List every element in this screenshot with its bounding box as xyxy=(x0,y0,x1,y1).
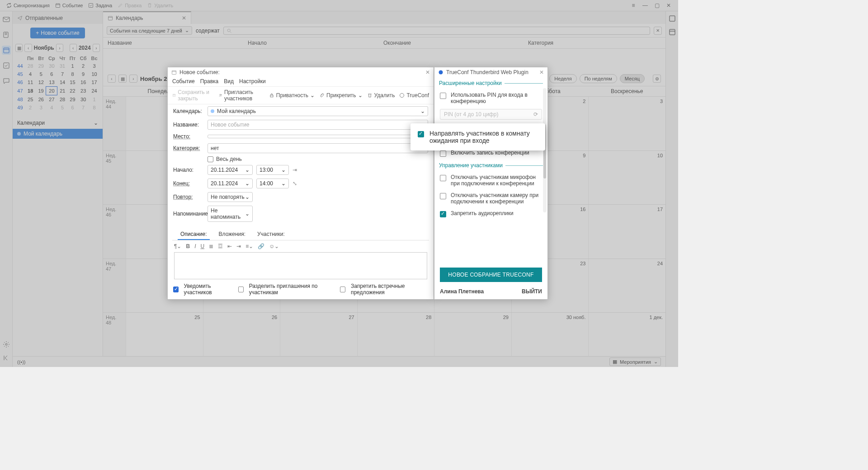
tab-attendees[interactable]: Участники: xyxy=(255,229,288,240)
col-end[interactable]: Окончание xyxy=(383,40,528,46)
paragraph-icon[interactable]: ¶⌄ xyxy=(174,243,181,249)
link-icon[interactable]: 🔗 xyxy=(258,243,264,249)
calendar-list-item[interactable]: Мой календарь xyxy=(13,129,103,139)
close-icon[interactable]: ✕ xyxy=(663,1,675,9)
day-cell[interactable]: 3 xyxy=(588,97,665,150)
start-date[interactable]: 20.11.2024⌄ xyxy=(208,165,253,175)
events-filter[interactable]: ▦ Мероприятия ⌄ xyxy=(609,357,661,366)
bold-icon[interactable]: B xyxy=(186,243,190,249)
ul-icon[interactable]: ≣ xyxy=(209,243,213,249)
use-pin-checkbox[interactable] xyxy=(440,93,446,99)
col-start[interactable]: Начало xyxy=(248,40,383,46)
tab-description[interactable]: Описание: xyxy=(178,229,210,240)
sync-button[interactable]: Синхронизация xyxy=(4,2,52,9)
col-name[interactable]: Название xyxy=(108,40,248,46)
record-checkbox[interactable] xyxy=(440,150,446,157)
mini-calendar[interactable]: ПнВтСрЧтПтСбВс44282930311234545678910461… xyxy=(13,54,103,113)
view-month[interactable]: Месяц xyxy=(620,74,645,83)
day-cell[interactable]: 10 xyxy=(588,151,665,205)
prev-icon[interactable]: ‹ xyxy=(108,75,116,83)
mail-icon[interactable] xyxy=(2,15,11,24)
new-event-button[interactable]: +Новое событие xyxy=(30,28,85,38)
emoji-icon[interactable]: ☺⌄ xyxy=(269,243,279,249)
calendar-select[interactable]: Мой календарь⌄ xyxy=(208,106,428,116)
forbid-audio-row[interactable]: Запретить аудиореплики xyxy=(434,207,547,220)
calendars-header[interactable]: Календари⌄ xyxy=(13,117,103,129)
ol-icon[interactable]: ☲ xyxy=(218,243,223,249)
outdent-icon[interactable]: ⇤ xyxy=(227,243,232,249)
view-multiweek[interactable]: По неделям xyxy=(580,74,617,83)
waiting-room-callout[interactable]: Направлять участников в комнату ожидания… xyxy=(410,123,545,150)
mute-mic-checkbox[interactable] xyxy=(440,175,446,181)
day-cell[interactable]: 17 xyxy=(588,205,665,258)
waiting-room-checkbox[interactable] xyxy=(418,131,424,137)
filter-search[interactable] xyxy=(223,27,650,35)
use-pin-row[interactable]: Использовать PIN для входа в конференцию xyxy=(434,89,547,107)
right-pane-icon-2[interactable] xyxy=(669,28,676,36)
allday-checkbox[interactable] xyxy=(208,156,213,162)
remind-select[interactable]: Не напоминать⌄ xyxy=(208,206,253,222)
calendar-tab-icon[interactable] xyxy=(2,46,11,55)
minimize-icon[interactable]: — xyxy=(639,1,651,9)
link-icon[interactable]: ⤡ xyxy=(292,180,297,187)
trueconf-button[interactable]: TrueConf xyxy=(399,92,429,99)
event-button[interactable]: Событие xyxy=(52,2,86,9)
mute-mic-row[interactable]: Отключать участникам микрофон при подклю… xyxy=(434,171,547,189)
indent-icon[interactable]: ⇥ xyxy=(236,243,241,249)
mute-cam-checkbox[interactable] xyxy=(440,193,446,199)
day-cell[interactable]: 24 xyxy=(588,259,665,313)
tab-calendar[interactable]: Календарь✕ xyxy=(103,11,191,24)
today-icon[interactable]: ▦ xyxy=(118,75,127,83)
pin-input[interactable]: PIN (от 4 до 10 цифр)⟳ xyxy=(440,109,542,120)
align-icon[interactable]: ≡⌄ xyxy=(245,243,253,249)
notify-checkbox[interactable] xyxy=(173,287,179,292)
mini-cal-mode-icon[interactable]: ▦ xyxy=(15,44,23,52)
tab-attachments[interactable]: Вложения: xyxy=(216,229,249,240)
end-time[interactable]: 14:00⌄ xyxy=(256,179,289,188)
close-icon[interactable]: ✕ xyxy=(425,69,430,75)
end-date[interactable]: 20.11.2024⌄ xyxy=(208,179,253,188)
menu-event[interactable]: Событие xyxy=(172,78,195,85)
year-prev-icon[interactable]: ‹ xyxy=(70,44,77,52)
collapse-icon[interactable] xyxy=(2,353,11,362)
refresh-icon[interactable]: ⟳ xyxy=(533,111,538,118)
mute-cam-row[interactable]: Отключать участникам камеру при подключе… xyxy=(434,189,547,207)
underline-icon[interactable]: U xyxy=(200,243,204,249)
year-next-icon[interactable]: › xyxy=(93,44,100,52)
close-filter-icon[interactable]: ✕ xyxy=(654,27,662,35)
delete-event-button[interactable]: Удалить xyxy=(367,92,395,99)
view-week[interactable]: Неделя xyxy=(549,74,576,83)
tasks-icon[interactable] xyxy=(2,61,11,70)
settings-icon[interactable] xyxy=(2,340,11,349)
start-time[interactable]: 13:00⌄ xyxy=(256,165,289,175)
attach-button[interactable]: Прикрепить ⌄ xyxy=(319,92,363,99)
italic-icon[interactable]: I xyxy=(194,243,196,249)
month-prev-icon[interactable]: ‹ xyxy=(24,44,32,52)
new-meeting-button[interactable]: НОВОЕ СОБРАНИЕ TRUECONF xyxy=(440,268,542,282)
menu-view[interactable]: Вид xyxy=(224,78,234,85)
forbid-audio-checkbox[interactable] xyxy=(440,211,446,217)
maximize-icon[interactable]: ▢ xyxy=(651,1,663,9)
contacts-icon[interactable] xyxy=(2,30,11,39)
split-checkbox[interactable] xyxy=(238,287,244,292)
location-input[interactable] xyxy=(208,135,428,138)
task-button[interactable]: Задача xyxy=(85,2,115,9)
chat-icon[interactable] xyxy=(2,76,11,85)
forbid-checkbox[interactable] xyxy=(340,287,345,292)
logout-button[interactable]: ВЫЙТИ xyxy=(522,288,542,295)
invite-button[interactable]: Пригласить участников xyxy=(219,89,264,102)
title-input[interactable]: Новое событие xyxy=(208,120,428,130)
col-category[interactable]: Категория xyxy=(528,40,661,46)
menu-settings[interactable]: Настройки xyxy=(239,78,266,85)
menu-icon[interactable]: ≡ xyxy=(627,1,639,9)
close-icon[interactable]: ✕ xyxy=(539,69,544,75)
privacy-button[interactable]: Приватность ⌄ xyxy=(269,92,315,99)
tab-sent[interactable]: Отправленные xyxy=(13,11,103,24)
view-settings-icon[interactable]: ⚙ xyxy=(653,75,661,83)
category-select[interactable]: нет xyxy=(208,143,428,153)
scope-select[interactable]: События на следующие 7 дней⌄ xyxy=(107,26,192,35)
description-textarea[interactable] xyxy=(174,252,427,279)
link-icon[interactable]: ⇥ xyxy=(292,167,297,173)
month-next-icon[interactable]: › xyxy=(56,44,63,52)
next-icon[interactable]: › xyxy=(129,75,137,83)
